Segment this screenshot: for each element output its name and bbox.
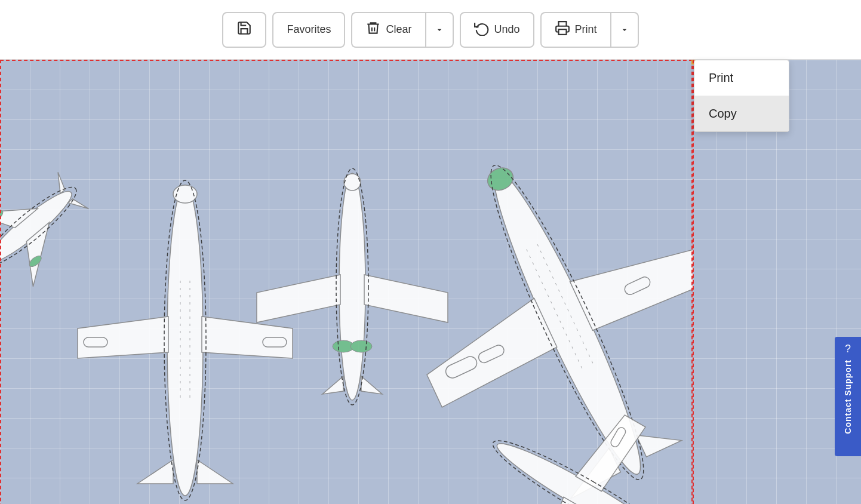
airplane-canvas [0, 60, 693, 504]
contact-support-icon: ? [845, 343, 851, 355]
svg-marker-27 [322, 376, 343, 394]
favorites-label: Favorites [287, 23, 331, 36]
clear-button[interactable]: Clear [351, 12, 425, 48]
toolbar: Favorites Clear Undo [0, 0, 861, 60]
undo-label: Undo [494, 23, 520, 36]
dropdown-copy-label: Copy [709, 107, 737, 120]
svg-rect-2 [558, 29, 566, 35]
save-button[interactable] [222, 12, 266, 48]
print-btn-group: Print [540, 12, 639, 48]
clear-label: Clear [386, 23, 411, 36]
svg-marker-6 [49, 172, 70, 193]
undo-button[interactable]: Undo [460, 12, 534, 48]
svg-rect-18 [263, 337, 287, 347]
svg-marker-35 [636, 419, 682, 457]
svg-point-11 [167, 185, 203, 496]
print-button[interactable]: Print [540, 12, 610, 48]
svg-rect-17 [84, 337, 107, 347]
clear-icon [365, 20, 381, 39]
svg-point-26 [350, 340, 372, 352]
svg-marker-24 [364, 275, 448, 322]
contact-support-label: Contact Support [843, 359, 853, 434]
svg-marker-7 [68, 195, 89, 217]
dropdown-item-copy[interactable]: Copy [694, 96, 789, 131]
dropdown-print-label: Print [709, 71, 733, 84]
clear-dropdown-button[interactable] [425, 12, 454, 48]
clear-btn-group: Clear [351, 12, 453, 48]
print-dropdown-button[interactable] [610, 12, 639, 48]
svg-marker-15 [197, 460, 233, 484]
favorites-button[interactable]: Favorites [272, 12, 345, 48]
svg-marker-14 [137, 460, 173, 484]
save-icon [236, 20, 252, 39]
contact-support-button[interactable]: ? Contact Support [835, 337, 861, 456]
print-dropdown-menu: Print Copy [694, 60, 789, 132]
svg-marker-33 [570, 227, 693, 336]
svg-marker-23 [257, 275, 340, 322]
dropdown-item-print[interactable]: Print [694, 60, 789, 96]
undo-icon [474, 20, 490, 39]
print-icon [555, 20, 570, 39]
svg-point-22 [339, 173, 365, 400]
print-label: Print [575, 23, 597, 36]
svg-marker-28 [361, 376, 382, 394]
